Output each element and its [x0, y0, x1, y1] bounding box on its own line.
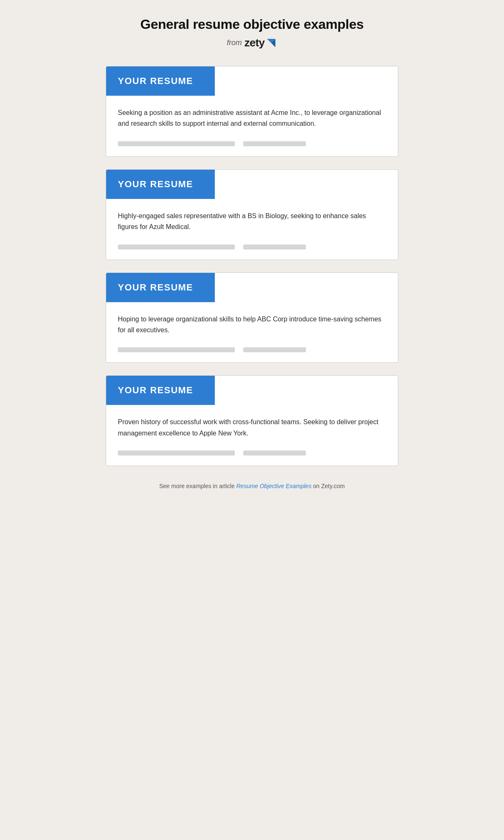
- page-header: General resume objective examples from z…: [106, 17, 398, 49]
- resume-body-2: Highly-engaged sales representative with…: [106, 199, 398, 260]
- resume-placeholder-lines-4: [118, 451, 386, 456]
- resume-header-label-3: YOUR RESUME: [118, 282, 193, 293]
- resume-header-bar-3: YOUR RESUME: [106, 273, 215, 302]
- placeholder-bar-long-1: [118, 141, 235, 146]
- brand-from-text: from: [227, 38, 242, 47]
- resume-header-bar-2: YOUR RESUME: [106, 170, 215, 199]
- placeholder-bar-long-4: [118, 451, 235, 456]
- placeholder-bar-short-4: [243, 451, 306, 456]
- resume-placeholder-lines-1: [118, 141, 386, 146]
- resume-header-label-1: YOUR RESUME: [118, 76, 193, 86]
- placeholder-bar-short-1: [243, 141, 306, 146]
- resume-header-bar-4: YOUR RESUME: [106, 376, 215, 405]
- placeholder-bar-long-3: [118, 347, 235, 352]
- resume-objective-text-2: Highly-engaged sales representative with…: [118, 211, 386, 233]
- resume-card-4: YOUR RESUME Proven history of successful…: [106, 375, 398, 466]
- footer-link-text: Resume Objective Examples: [236, 483, 311, 489]
- placeholder-bar-short-3: [243, 347, 306, 352]
- brand-name-text: zety: [244, 36, 265, 49]
- resume-header-label-4: YOUR RESUME: [118, 385, 193, 395]
- footer-suffix-text: on Zety.com: [311, 483, 345, 489]
- resume-placeholder-lines-3: [118, 347, 386, 352]
- footer-prefix-text: See more examples in article: [159, 483, 236, 489]
- resume-body-3: Hoping to leverage organizational skills…: [106, 302, 398, 363]
- resume-objective-text-4: Proven history of successful work with c…: [118, 417, 386, 439]
- resume-body-4: Proven history of successful work with c…: [106, 405, 398, 466]
- page-title: General resume objective examples: [106, 17, 398, 32]
- brand-logo: zety: [244, 36, 277, 49]
- zety-logo-icon: [265, 37, 277, 49]
- resume-card-2: YOUR RESUME Highly-engaged sales represe…: [106, 169, 398, 260]
- page-container: General resume objective examples from z…: [106, 17, 398, 494]
- brand-line: from zety: [106, 36, 398, 49]
- resume-body-1: Seeking a position as an administrative …: [106, 96, 398, 156]
- resume-header-label-2: YOUR RESUME: [118, 179, 193, 189]
- resume-objective-text-3: Hoping to leverage organizational skills…: [118, 314, 386, 336]
- resume-header-bar-1: YOUR RESUME: [106, 66, 215, 96]
- placeholder-bar-long-2: [118, 244, 235, 249]
- resume-card-3: YOUR RESUME Hoping to leverage organizat…: [106, 272, 398, 363]
- footer-note: See more examples in article Resume Obje…: [106, 479, 398, 494]
- placeholder-bar-short-2: [243, 244, 306, 249]
- resume-card-1: YOUR RESUME Seeking a position as an adm…: [106, 66, 398, 157]
- resume-placeholder-lines-2: [118, 244, 386, 249]
- resume-objective-text-1: Seeking a position as an administrative …: [118, 107, 386, 130]
- footer-link[interactable]: Resume Objective Examples: [236, 483, 311, 489]
